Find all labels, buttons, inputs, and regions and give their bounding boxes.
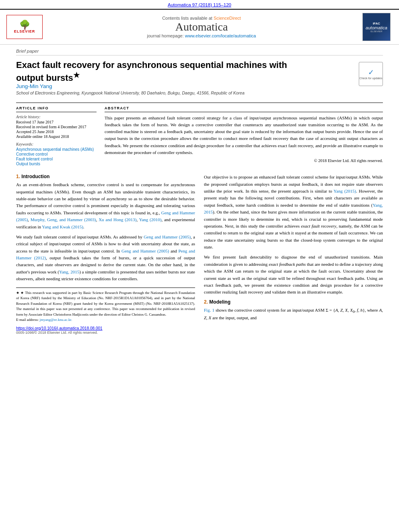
ref-fig1[interactable]: Fig. 1 — [204, 308, 214, 312]
section-2-heading: 2. Modeling — [204, 299, 383, 305]
title-star: ★ — [73, 71, 80, 79]
sciencedirect-link[interactable]: ScienceDirect — [214, 16, 241, 21]
article-history: Article history: Received 17 June 2017 R… — [16, 115, 97, 139]
journal-center: Contents lists available at ScienceDirec… — [47, 16, 356, 38]
paper-type-label: Brief paper — [16, 45, 383, 55]
elsevier-logo: 🌳 ELSEVIER — [6, 15, 43, 39]
sciencedirect-line: Contents lists available at ScienceDirec… — [47, 16, 356, 21]
doi-header: Automatica 97 (2018) 115–120 — [0, 0, 399, 9]
available-date: Available online 18 August 2018 — [16, 134, 97, 139]
badge-image: IFAC automatica ELSEVIER — [362, 13, 391, 41]
accepted-date: Accepted 25 June 2018 — [16, 129, 97, 134]
ref-xu-hong[interactable]: Xu and Hong (2013) — [99, 217, 136, 222]
doi-line[interactable]: https://doi.org/10.1016/j.automatica.201… — [16, 326, 195, 331]
email-link[interactable]: jmyang@ee.knu.ac.kr. — [39, 318, 72, 322]
article-info-abstract-section: ARTICLE INFO Article history: Received 1… — [16, 103, 383, 166]
title-text: Exact fault recovery for asynchronous se… — [16, 60, 287, 83]
check-icon: ✓ — [368, 68, 374, 77]
homepage-url[interactable]: www.elsevier.com/locate/automatica — [185, 33, 256, 38]
ref-yang-2015[interactable]: Yang, 2015 — [59, 269, 79, 274]
journal-badge: IFAC automatica ELSEVIER — [360, 13, 393, 41]
paper-title-text: Exact fault recovery for asynchronous se… — [16, 60, 292, 83]
footnote-section: ★ ★ This research was supported in part … — [16, 288, 195, 335]
intro-para-2: We study fault tolerant control of input… — [16, 234, 195, 283]
check-badge-text: Check for updates — [360, 77, 383, 80]
article-info-col: ARTICLE INFO Article history: Received 1… — [16, 106, 97, 166]
section-1-title: Introduction — [21, 174, 49, 179]
article-info-title: ARTICLE INFO — [16, 106, 97, 110]
abstract-title: ABSTRACT — [105, 106, 383, 110]
footnote-text: ★ ★ This research was supported in part … — [16, 290, 195, 323]
history-label: Article history: — [16, 115, 97, 119]
abstract-col: ABSTRACT This paper presents an enhanced… — [105, 106, 383, 166]
received-date-1: Received 17 June 2017 — [16, 120, 97, 124]
abstract-divider — [105, 112, 383, 112]
body-right-col: Our objective is to propose an enhanced … — [204, 174, 383, 334]
section-1-num: 1. — [16, 174, 20, 179]
badge-top-text: IFAC — [373, 22, 380, 25]
footnote-star-text: ★ This research was supported in part by… — [16, 291, 195, 316]
right-para-2: We first present fault detectability to … — [204, 254, 383, 296]
keyword-4[interactable]: Output bursts — [16, 162, 97, 166]
ref-geng-hammer-2005-3[interactable]: Geng and Hammer (2005) — [121, 249, 169, 253]
ref-yang-kwak[interactable]: Yang and Kwak (2015) — [42, 224, 83, 229]
right-para-1: Our objective is to propose an enhanced … — [204, 174, 383, 251]
ref-geng-hammer-2005-2[interactable]: Geng and Hammer (2005) — [144, 234, 191, 239]
email-label: E-mail address: — [16, 318, 39, 322]
keyword-2[interactable]: Corrective control — [16, 152, 97, 156]
journal-homepage: journal homepage: www.elsevier.com/locat… — [47, 33, 356, 38]
paper-title: Exact fault recovery for asynchronous se… — [16, 60, 353, 99]
main-content: Brief paper Exact fault recovery for asy… — [0, 45, 399, 335]
author-name[interactable]: Jung-Min Yang — [16, 83, 353, 89]
keywords-section: Keywords: Asynchronous sequential machin… — [16, 142, 97, 166]
journal-title: Automatica — [47, 21, 356, 33]
doi-link[interactable]: Automatica 97 (2018) 115–120 — [168, 2, 231, 7]
keywords-label: Keywords: — [16, 142, 97, 146]
keyword-3[interactable]: Fault tolerant control — [16, 157, 97, 161]
section-2-title: Modeling — [209, 299, 230, 305]
ref-yang-2015-r[interactable]: Yang (2015) — [333, 189, 356, 193]
paper-title-section: Exact fault recovery for asynchronous se… — [16, 60, 383, 99]
keyword-1[interactable]: Asynchronous sequential machines (ASMs) — [16, 147, 97, 152]
body-content: 1. Introduction As an event-driven feedb… — [16, 174, 383, 334]
exact-feedback-paths-em: exact feedback paths — [269, 262, 306, 267]
section-2-text: Fig. 1 shows the corrective control syst… — [204, 307, 383, 322]
intro-para-1: As an event-driven feedback scheme, corr… — [16, 181, 195, 230]
check-for-updates-badge: ✓ Check for updates — [359, 62, 383, 86]
elsevier-tree-icon: 🌳 — [19, 21, 30, 29]
journal-header: 🌳 ELSEVIER Contents lists available at S… — [0, 9, 399, 45]
badge-main-text: automatica — [366, 25, 387, 30]
elsevier-name: ELSEVIER — [14, 29, 35, 33]
issn-line: 0005-1098/© 2018 Elsevier Ltd. All right… — [16, 331, 195, 335]
badge-bottom-text: ELSEVIER — [370, 30, 382, 33]
doi-url[interactable]: https://doi.org/10.1016/j.automatica.201… — [16, 326, 103, 331]
section-1-heading: 1. Introduction — [16, 174, 195, 179]
exact-fault-recovery-em: exact fault recovery — [301, 224, 336, 228]
homepage-label: journal homepage: — [147, 33, 184, 38]
received-date-2: Received in revised form 4 December 2017 — [16, 125, 97, 129]
ref-yang-2015-r2[interactable]: Yang, 2015 — [204, 203, 383, 214]
ref-murphy[interactable]: Murphy, Geng, and Hammer (2003) — [31, 217, 96, 222]
section-2-num: 2. — [204, 299, 208, 305]
abstract-text: This paper presents an enhanced fault to… — [105, 115, 383, 156]
affiliation-text: School of Electronics Engineering, Kyung… — [16, 90, 353, 95]
ref-yang-2010[interactable]: Yang (2010) — [139, 217, 162, 222]
contents-available-text: Contents lists available at — [162, 16, 212, 21]
article-info-divider — [16, 112, 97, 112]
body-left-col: 1. Introduction As an event-driven feedb… — [16, 174, 195, 334]
copyright-line: © 2018 Elsevier Ltd. All rights reserved… — [105, 158, 383, 163]
